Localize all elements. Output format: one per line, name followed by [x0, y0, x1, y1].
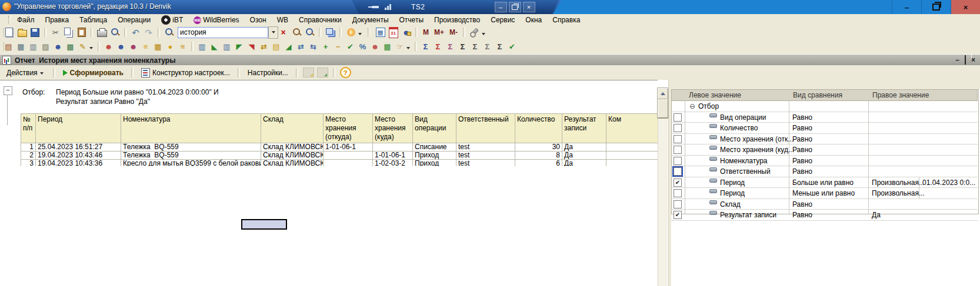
- warehouse-money-icon[interactable]: ▦: [152, 41, 164, 52]
- filter-field[interactable]: Номенклатура: [720, 157, 768, 165]
- search-dropdown-button[interactable]: [268, 26, 278, 39]
- menu-documents[interactable]: Документы: [352, 16, 389, 24]
- document-approve-icon[interactable]: ✔: [345, 41, 356, 52]
- menu-service[interactable]: Сервис: [491, 16, 515, 24]
- report-close-button[interactable]: ×: [971, 56, 975, 64]
- sigma-check-icon[interactable]: ✔: [506, 41, 518, 52]
- col-header-quantity[interactable]: Количество: [515, 114, 562, 143]
- sigma-flag-icon[interactable]: Σ: [457, 41, 468, 52]
- temporary-lock-button[interactable]: ☻: [401, 28, 412, 38]
- filter-row-period-to[interactable]: Период Меньше или равно Произвольная...: [671, 188, 978, 199]
- table-row[interactable]: 3 19.04.2023 10:43:36 Кресло для мытья B…: [21, 160, 658, 167]
- paste-button[interactable]: [76, 28, 87, 38]
- structure-tree-icon[interactable]: ▦: [382, 41, 393, 52]
- filter-checkbox[interactable]: ✔: [674, 179, 682, 187]
- group-collapse-button[interactable]: −: [4, 86, 12, 95]
- menu-wildberries[interactable]: WBWildBerries: [194, 16, 239, 24]
- chevron-down-icon[interactable]: [406, 47, 410, 49]
- session-minimize-button[interactable]: –: [495, 2, 507, 12]
- calculator-button[interactable]: ▦: [375, 28, 386, 38]
- filter-comparison[interactable]: Равно: [792, 124, 812, 132]
- filter-row-quantity[interactable]: Количество Равно: [671, 123, 978, 134]
- chevron-down-icon[interactable]: [482, 33, 485, 35]
- filter-checkbox[interactable]: [674, 189, 682, 197]
- document-sync-icon[interactable]: ⇆: [308, 41, 319, 52]
- filter-row-period-from[interactable]: ✔ Период Больше или равно Произвольная..…: [671, 177, 978, 189]
- pin-icon[interactable]: [372, 6, 379, 8]
- menu-operations[interactable]: Операции: [118, 16, 151, 24]
- col-header-location-to[interactable]: Место хранения (куда): [373, 114, 413, 143]
- help-button[interactable]: ?: [340, 67, 351, 78]
- table-row[interactable]: 1 25.04.2023 16:51:27 Тележка BQ-559 Скл…: [21, 143, 658, 152]
- filter-checkbox-focused[interactable]: [674, 167, 682, 176]
- filter-value[interactable]: Да: [872, 211, 881, 219]
- save-settings-icon[interactable]: [303, 68, 314, 78]
- report-spreadsheet[interactable]: [0, 80, 658, 286]
- col-header-operation-type[interactable]: Вид операции: [413, 114, 456, 143]
- collapse-group-icon[interactable]: ⊖: [689, 102, 695, 110]
- document-refresh-icon[interactable]: ⇄: [295, 41, 306, 52]
- window-close-button[interactable]: ×: [951, 0, 980, 14]
- open-button[interactable]: [16, 28, 28, 38]
- customer-invoice-icon[interactable]: ☻: [128, 41, 139, 52]
- filter-checkbox[interactable]: [674, 135, 682, 143]
- report-window-titlebar[interactable]: Отчет История мест хранения номенклатуры…: [0, 54, 980, 66]
- filter-row-responsible[interactable]: Ответственный Равно: [671, 166, 978, 177]
- find-button[interactable]: [164, 28, 175, 38]
- menu-windows[interactable]: Окна: [525, 16, 542, 24]
- document-person-red-icon[interactable]: ☻: [369, 41, 381, 52]
- filter-field[interactable]: Ответственный: [720, 167, 771, 176]
- col-header-comment[interactable]: Ком: [606, 114, 658, 143]
- scrollbar-track[interactable]: [658, 99, 668, 286]
- col-header-left-value[interactable]: Левое значение: [689, 91, 741, 99]
- filter-checkbox[interactable]: ✔: [674, 211, 682, 219]
- filter-checkbox[interactable]: [674, 157, 682, 165]
- import-red-icon[interactable]: ◥: [246, 41, 257, 52]
- sigma-person-red-icon[interactable]: Σ: [432, 41, 444, 52]
- menu-wb[interactable]: WB: [277, 16, 288, 24]
- scrollbar-thumb[interactable]: [658, 99, 668, 118]
- filter-comparison[interactable]: Равно: [792, 211, 812, 219]
- fiscal-register-icon[interactable]: ▦: [15, 41, 26, 52]
- col-header-warehouse[interactable]: Склад: [261, 114, 324, 143]
- filter-comparison[interactable]: Равно: [792, 167, 812, 176]
- filter-comparison[interactable]: Равно: [792, 135, 812, 143]
- session-restore-button[interactable]: [509, 2, 521, 12]
- sigma-flag2-icon[interactable]: Σ: [482, 41, 493, 52]
- filter-checkbox[interactable]: [674, 200, 682, 208]
- filter-field[interactable]: Вид операции: [720, 113, 766, 122]
- menu-ozon[interactable]: Озон: [250, 16, 266, 24]
- selected-cell[interactable]: [241, 219, 287, 230]
- chevron-down-icon[interactable]: [358, 33, 362, 35]
- menu-reports[interactable]: Отчеты: [399, 16, 424, 24]
- filter-comparison[interactable]: Равно: [792, 113, 812, 122]
- import-green-icon[interactable]: ◤: [234, 41, 245, 52]
- redo-button[interactable]: ↷: [143, 28, 154, 38]
- col-header-right-value[interactable]: Правое значение: [872, 91, 929, 99]
- handshake-icon[interactable]: ☞: [394, 41, 405, 52]
- filter-row-location-from[interactable]: Место хранения (отк... Равно: [671, 134, 978, 145]
- generate-button[interactable]: Сформировать: [60, 68, 126, 78]
- menu-ibt[interactable]: iBT: [161, 15, 183, 25]
- col-header-record-result[interactable]: Результат записи: [562, 114, 606, 143]
- windows-list-button[interactable]: [325, 28, 336, 38]
- sigma-list-icon[interactable]: Σ: [494, 41, 505, 52]
- customer-money-icon[interactable]: ☻: [103, 41, 114, 52]
- filter-field[interactable]: Результат записи: [720, 211, 776, 219]
- print-preview-button[interactable]: [109, 28, 121, 38]
- sigma-people-icon[interactable]: Σ: [445, 41, 456, 52]
- filter-row-record-result[interactable]: ✔ Результат записи Равно Да: [671, 210, 978, 221]
- filter-checkbox[interactable]: [674, 113, 682, 122]
- cut-button[interactable]: ✂: [50, 28, 61, 38]
- customer-order-icon[interactable]: ☻: [115, 41, 126, 52]
- filter-row-nomenclature[interactable]: Номенклатура Равно: [671, 156, 978, 167]
- window-minimize-button[interactable]: –: [892, 0, 921, 14]
- session-close-button[interactable]: ×: [523, 2, 535, 12]
- document-coins-icon[interactable]: ▤: [271, 41, 282, 52]
- menu-file[interactable]: Файл: [17, 16, 35, 24]
- print-button[interactable]: [96, 28, 108, 38]
- new-document-button[interactable]: [4, 28, 15, 38]
- settings-button[interactable]: Настройки...: [245, 68, 291, 78]
- find-previous-button[interactable]: [304, 28, 315, 38]
- document-percent-icon[interactable]: %: [357, 41, 368, 52]
